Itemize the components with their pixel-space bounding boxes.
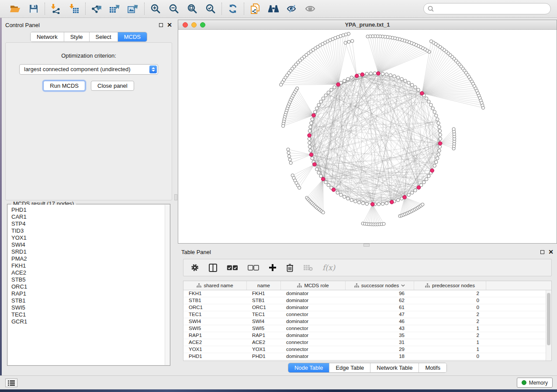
export-network-icon[interactable]	[91, 3, 102, 14]
table-scrollbar-thumb[interactable]	[547, 293, 550, 345]
tab-network-table[interactable]: Network Table	[370, 363, 419, 372]
control-panel-title: Control Panel	[5, 22, 40, 28]
tab-mcds[interactable]: MCDS	[118, 32, 147, 41]
column-header-name[interactable]: name	[247, 281, 281, 290]
vertical-splitter-handle[interactable]	[174, 194, 177, 200]
optimization-criterion-select[interactable]: largest connected component (undirected)	[19, 64, 158, 75]
result-list-item[interactable]: GCR1	[8, 318, 170, 325]
mcds-result-scrollbar[interactable]	[165, 205, 170, 365]
split-column-icon[interactable]	[209, 264, 217, 272]
result-list-item[interactable]: STP4	[8, 220, 170, 227]
table-cell: YOX1	[247, 346, 281, 353]
save-icon[interactable]	[28, 3, 39, 14]
mcds-result-group: MCDS result (17 nodes) PHD1CAR1STP4TID3Y…	[7, 204, 170, 366]
result-list-item[interactable]: RAP1	[8, 290, 170, 297]
table-row[interactable]: ACE2ACE2connector311	[183, 339, 551, 346]
tab-node-table[interactable]: Node Table	[288, 363, 329, 372]
result-list-item[interactable]: SWI4	[8, 241, 170, 248]
clone-network-icon[interactable]	[249, 3, 261, 14]
horizontal-splitter-handle[interactable]	[363, 244, 370, 247]
table-cell: dominator	[281, 290, 346, 297]
network-graph[interactable]	[178, 30, 557, 243]
table-cell: ORC1	[247, 304, 281, 311]
zoom-fit-icon[interactable]	[187, 3, 198, 14]
table-row[interactable]: SWI5SWI5connector431	[183, 325, 551, 332]
show-columns-icon[interactable]	[227, 265, 238, 271]
column-header-predecessor-nodes[interactable]: predecessor nodes	[414, 281, 486, 290]
table-cell: 47	[346, 311, 414, 318]
column-header-successor-nodes[interactable]: successor nodes	[346, 281, 414, 290]
table-cell: 1	[414, 346, 486, 353]
function-builder-icon: f(x)	[322, 263, 335, 272]
table-row[interactable]: RAP1RAP1dominator352	[183, 332, 551, 339]
desktop-wallpaper-bottom-strip	[0, 389, 557, 392]
tab-network[interactable]: Network	[31, 32, 64, 41]
table-scrollbar[interactable]	[546, 290, 551, 361]
search-input[interactable]	[434, 4, 550, 13]
close-panel-icon[interactable]: ✕	[167, 23, 172, 27]
binoculars-search-icon[interactable]	[268, 3, 279, 14]
result-list-item[interactable]: ACE2	[8, 269, 170, 276]
close-table-panel-icon[interactable]: ✕	[548, 250, 554, 254]
table-row[interactable]: ORC1ORC1dominator610	[183, 304, 551, 311]
result-list-item[interactable]: CAR1	[8, 213, 170, 220]
result-list-item[interactable]: SWI5	[8, 304, 170, 311]
control-panel-tabs: NetworkStyleSelectMCDS	[30, 32, 147, 42]
result-list-item[interactable]: STB1	[8, 297, 170, 304]
result-list-item[interactable]: FKH1	[8, 262, 170, 269]
hide-selected-eye-icon[interactable]	[286, 3, 298, 14]
status-bar: Memory	[0, 375, 557, 389]
search-field[interactable]	[423, 3, 551, 14]
tab-style[interactable]: Style	[64, 32, 89, 41]
table-cell: dominator	[281, 353, 346, 360]
run-mcds-button[interactable]: Run MCDS	[43, 81, 85, 91]
add-column-icon[interactable]	[269, 264, 277, 272]
import-table-icon[interactable]	[69, 3, 80, 14]
table-cell: 2	[414, 290, 486, 297]
column-header-shared-name[interactable]: shared name	[183, 281, 247, 290]
table-row[interactable]: YOX1YOX1connector291	[183, 346, 551, 353]
table-row[interactable]: SWI4SWI4dominator462	[183, 318, 551, 325]
network-canvas[interactable]	[178, 30, 557, 243]
tab-motifs[interactable]: Motifs	[419, 363, 446, 372]
delete-column-icon[interactable]	[286, 264, 294, 272]
export-table-icon[interactable]	[109, 3, 121, 14]
result-list-item[interactable]: PHD1	[8, 206, 170, 213]
zoom-out-icon[interactable]	[168, 3, 180, 14]
refresh-icon[interactable]	[227, 3, 239, 14]
tab-select[interactable]: Select	[89, 32, 118, 41]
export-image-icon[interactable]	[128, 3, 139, 14]
table-cell: dominator	[281, 332, 346, 339]
result-list-item[interactable]: TID3	[8, 227, 170, 234]
close-panel-button[interactable]: Close panel	[91, 81, 134, 91]
result-list-item[interactable]: YOX1	[8, 234, 170, 241]
table-row[interactable]: TEC1TEC1connector472	[183, 311, 551, 318]
column-header-MCDS-role[interactable]: MCDS role	[281, 281, 346, 290]
table-row[interactable]: PHD1PHD1dominator180	[183, 353, 551, 360]
memory-button[interactable]: Memory	[517, 378, 553, 388]
float-table-panel-icon[interactable]	[540, 250, 544, 254]
result-list-item[interactable]: TEC1	[8, 311, 170, 318]
table-cell: connector	[281, 346, 346, 353]
import-network-icon[interactable]	[50, 3, 62, 14]
table-cell: 0	[414, 297, 486, 304]
float-panel-icon[interactable]	[159, 23, 163, 27]
table-row[interactable]: FKH1FKH1dominator962	[183, 290, 551, 297]
open-file-icon[interactable]	[10, 3, 21, 14]
hide-columns-icon[interactable]	[248, 265, 259, 271]
table-cell: 18	[346, 353, 414, 360]
table-cell: 2	[414, 311, 486, 318]
task-history-button[interactable]	[5, 378, 17, 387]
settings-gear-icon[interactable]	[190, 263, 199, 272]
network-window-titlebar[interactable]: YPA_prune.txt_1	[178, 20, 557, 30]
tab-edge-table[interactable]: Edge Table	[329, 363, 370, 372]
table-cell: 29	[346, 346, 414, 353]
result-list-item[interactable]: PMA2	[8, 255, 170, 262]
table-row[interactable]: STB1STB1dominator620	[183, 297, 551, 304]
result-list-item[interactable]: ORC1	[8, 283, 170, 290]
zoom-in-icon[interactable]	[150, 3, 161, 14]
result-list-item[interactable]: STB5	[8, 276, 170, 283]
result-list-item[interactable]: SRD1	[8, 248, 170, 255]
zoom-selected-icon[interactable]	[205, 3, 216, 14]
mcds-result-list[interactable]: PHD1CAR1STP4TID3YOX1SWI4SRD1PMA2FKH1ACE2…	[8, 205, 170, 365]
